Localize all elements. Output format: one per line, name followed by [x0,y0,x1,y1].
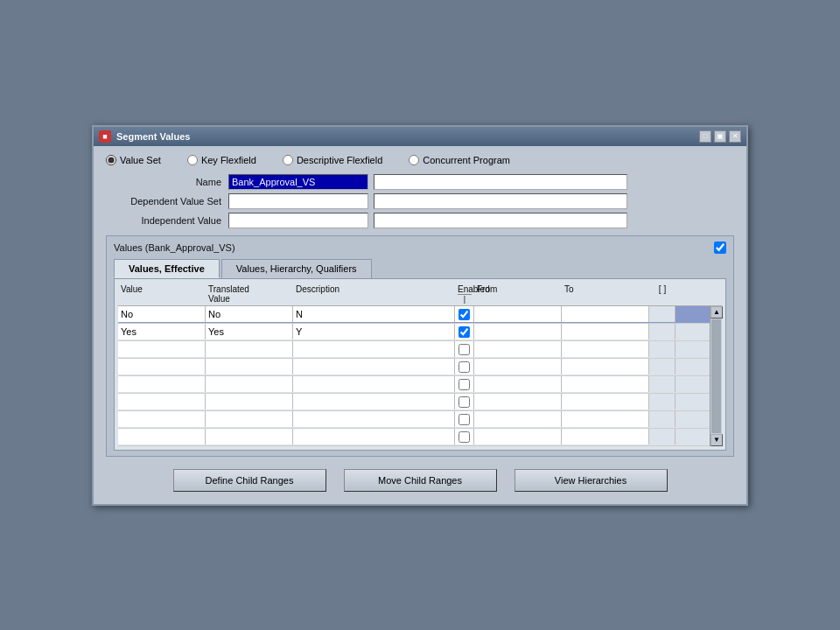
table-row [118,429,710,446]
independent-input-primary[interactable] [228,213,368,228]
cell-to-2[interactable] [562,341,649,357]
cell-desc-3[interactable] [293,359,455,374]
radio-group: Value Set Key Flexfield Descriptive Flex… [106,155,734,165]
form-section: Name Dependent Value Set Independent Val… [106,174,734,228]
cell-value-7[interactable] [118,429,206,444]
cell-extra-1 [649,324,676,340]
table-row [118,341,710,359]
cell-value-5[interactable] [118,394,206,410]
cell-from-3[interactable] [474,359,562,374]
cell-desc-7[interactable] [293,429,455,444]
table-header: Value TranslatedValue Description Enable… [118,283,722,306]
cell-to-1[interactable] [562,324,649,340]
cell-to-6[interactable] [562,411,649,427]
move-child-ranges-button[interactable]: Move Child Ranges [344,469,497,492]
cell-value-6[interactable] [118,411,206,427]
cell-translated-6[interactable] [206,411,293,427]
cell-from-0[interactable] [474,306,562,322]
title-bar-left: ■ Segment Values [99,130,190,143]
close-button[interactable]: ✕ [729,130,741,143]
cell-translated-4[interactable] [206,376,293,392]
enabled-label: Enabled [458,284,472,294]
cell-enabled-5[interactable] [455,394,474,410]
table-row: Yes Yes Y [118,324,710,341]
dependent-input-secondary[interactable] [374,193,627,209]
name-input-secondary[interactable] [374,174,627,190]
cell-from-6[interactable] [474,411,562,427]
values-section: Values (Bank_Approval_VS) Values, Effect… [106,235,734,457]
title-buttons: □ ▣ ✕ [699,130,741,143]
cell-translated-0: No [206,306,293,322]
cell-enabled-7[interactable] [455,429,474,444]
cell-enabled-4[interactable] [455,376,474,392]
cell-desc-4[interactable] [293,376,455,392]
cell-value-4[interactable] [118,376,206,392]
cell-desc-0: N [293,306,455,322]
radio-key-flexfield[interactable]: Key Flexfield [187,155,256,165]
cell-enabled-0[interactable] [455,306,474,322]
dependent-inputs [228,193,627,209]
table-row [118,394,710,411]
cell-from-4[interactable] [474,376,562,392]
independent-label: Independent Value [106,215,228,226]
cell-extra-3 [649,359,676,374]
cell-to-7[interactable] [562,429,649,444]
cell-from-5[interactable] [474,394,562,410]
enabled-divider: | [458,294,472,304]
cell-from-2[interactable] [474,341,562,357]
cell-enabled-6[interactable] [455,411,474,427]
vertical-scrollbar[interactable]: ▲ ▼ [710,306,722,446]
independent-row: Independent Value [106,213,734,228]
cell-translated-5[interactable] [206,394,293,410]
cell-enabled-2[interactable] [455,341,474,357]
radio-descriptive-flexfield[interactable]: Descriptive Flexfield [283,155,382,165]
cell-desc-1: Y [293,324,455,340]
cell-extra-2 [649,341,676,357]
dependent-row: Dependent Value Set [106,193,734,209]
cell-extra-5 [649,394,676,410]
table-row [118,359,710,376]
radio-value-set[interactable]: Value Set [106,155,161,165]
cell-to-0[interactable] [562,306,649,322]
cell-to-3[interactable] [562,359,649,374]
cell-value-1: Yes [118,324,206,340]
table-rows: No No N Yes Yes Y [118,306,710,446]
col-header-enabled: Enabled | [455,284,474,304]
minimize-button[interactable]: □ [699,130,711,143]
cell-enabled-1[interactable] [455,324,474,340]
define-child-ranges-button[interactable]: Define Child Ranges [173,469,326,492]
cell-translated-3[interactable] [206,359,293,374]
values-checkbox[interactable] [714,242,726,254]
cell-extra-6 [649,411,676,427]
radio-concurrent-program[interactable]: Concurrent Program [409,155,510,165]
col-header-value: Value [118,284,206,304]
cell-value-2[interactable] [118,341,206,357]
cell-value-3[interactable] [118,359,206,374]
bottom-buttons: Define Child Ranges Move Child Ranges Vi… [106,469,734,492]
cell-from-7[interactable] [474,429,562,444]
cell-desc-2[interactable] [293,341,455,357]
maximize-button[interactable]: ▣ [714,130,726,143]
view-hierarchies-button[interactable]: View Hierarchies [514,469,668,492]
name-input-primary[interactable] [228,174,368,190]
cell-translated-2[interactable] [206,341,293,357]
cell-to-5[interactable] [562,394,649,410]
scroll-down-button[interactable]: ▼ [710,434,723,446]
cell-extra-0 [649,306,676,322]
tab-values-effective[interactable]: Values, Effective [114,259,220,278]
cell-from-1[interactable] [474,324,562,340]
table-row: No No N [118,306,710,324]
cell-enabled-3[interactable] [455,359,474,374]
scroll-up-button[interactable]: ▲ [710,306,723,318]
values-title-row: Values (Bank_Approval_VS) [114,242,726,254]
cell-translated-7[interactable] [206,429,293,444]
cell-desc-6[interactable] [293,411,455,427]
name-label: Name [106,177,228,187]
independent-input-secondary[interactable] [374,213,627,228]
scroll-thumb[interactable] [711,319,721,433]
cell-to-4[interactable] [562,376,649,392]
cell-desc-5[interactable] [293,394,455,410]
col-header-to: To [562,284,649,304]
dependent-input-primary[interactable] [228,193,368,209]
tab-values-hierarchy[interactable]: Values, Hierarchy, Qualifiers [221,259,372,278]
